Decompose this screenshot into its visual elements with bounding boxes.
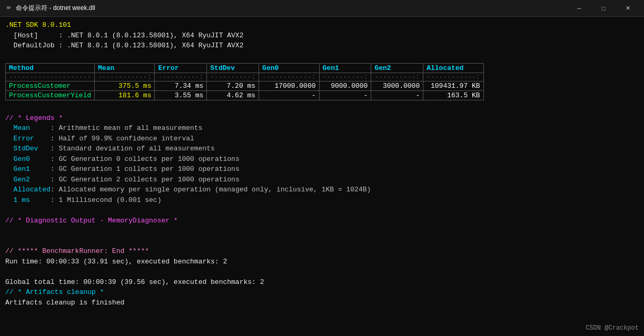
app-icon: ⌨: [4, 4, 13, 13]
legend-item: Mean : Arithmetic mean of all measuremen…: [5, 123, 639, 134]
legend-value: : GC Generation 1 collects per 1000 oper…: [51, 165, 240, 173]
blank-line-3: [5, 205, 639, 216]
maximize-button[interactable]: □: [591, 0, 616, 17]
benchmark-table: Method Mean Error StdDev Gen0 Gen1 Gen2 …: [5, 63, 484, 100]
legend-item: StdDev : Standard deviation of all measu…: [5, 144, 639, 154]
cell-error: 7.34 ms: [155, 82, 207, 91]
sep-gen2: ----------:: [371, 73, 423, 82]
col-stddev: StdDev: [207, 64, 259, 73]
watermark: CSDN @Crackpot: [586, 324, 639, 332]
cell-mean: 181.6 ms: [95, 91, 155, 100]
col-gen1: Gen1: [319, 64, 371, 73]
sep-stddev: ----------:: [207, 73, 259, 82]
legend-value: : GC Generation 2 collects per 1000 oper…: [51, 176, 240, 184]
legend-key: Gen1: [14, 165, 51, 173]
sep-error: ----------:: [155, 73, 207, 82]
col-mean: Mean: [95, 64, 155, 73]
legend-item: Gen0 : GC Generation 0 collects per 1000…: [5, 154, 639, 165]
cell-stddev: 7.20 ms: [207, 82, 259, 91]
table-row: ProcessCustomer 375.5 ms 7.34 ms 7.20 ms…: [6, 82, 484, 91]
legends-container: Mean : Arithmetic mean of all measuremen…: [5, 123, 639, 205]
sep-gen1: ----------:: [319, 73, 371, 82]
cell-gen1: 9000.0000: [319, 82, 371, 91]
legend-key: Allocated: [14, 186, 51, 194]
sep-gen0: ------------:: [259, 73, 319, 82]
legend-item: Allocated: Allocated memory per single o…: [5, 185, 639, 195]
global-time-line: Global total time: 00:00:39 (39.56 sec),…: [5, 277, 639, 288]
table-header-row: Method Mean Error StdDev Gen0 Gen1 Gen2 …: [6, 64, 484, 73]
legend-key: StdDev: [14, 145, 51, 152]
window-title: 命令提示符 - dotnet week.dll: [16, 4, 567, 13]
host-line: [Host] : .NET 8.0.1 (8.0.123.58001), X64…: [5, 30, 639, 41]
col-error: Error: [155, 64, 207, 73]
sep-mean: ------------:: [95, 73, 155, 82]
legends-header: // * Legends *: [5, 113, 639, 124]
minimize-button[interactable]: ─: [567, 0, 591, 17]
col-gen0: Gen0: [259, 64, 319, 73]
cell-gen2: -: [371, 91, 423, 100]
table-row: ProcessCustomerYield 181.6 ms 3.55 ms 4.…: [6, 91, 484, 100]
legend-value: : Allocated memory per single operation …: [51, 186, 371, 194]
legend-value: : 1 Millisecond (0.001 sec): [51, 196, 162, 204]
legend-key: 1 ms: [14, 196, 51, 204]
cell-gen2: 3000.0000: [371, 82, 423, 91]
blank-line-6: [5, 267, 639, 277]
blank-line-5: [5, 236, 639, 247]
sdk-line: .NET SDK 8.0.101: [5, 20, 639, 30]
cell-gen0: -: [259, 91, 319, 100]
artifacts-header-line: // * Artifacts cleanup *: [5, 287, 639, 298]
col-gen2: Gen2: [371, 64, 423, 73]
cell-mean: 375.5 ms: [95, 82, 155, 91]
legend-item: Gen2 : GC Generation 2 collects per 1000…: [5, 175, 639, 185]
sep-method: --------------------: [6, 73, 95, 82]
cell-error: 3.55 ms: [155, 91, 207, 100]
legend-value: : Standard deviation of all measurements: [51, 145, 215, 152]
terminal-content: .NET SDK 8.0.101 [Host] : .NET 8.0.1 (8.…: [0, 17, 644, 336]
run-time-line: Run time: 00:00:33 (33.91 sec), executed…: [5, 257, 639, 267]
legend-key: Gen0: [14, 155, 51, 163]
close-button[interactable]: ✕: [616, 0, 640, 17]
artifacts-done-line: Artifacts cleanup is finished: [5, 298, 639, 308]
default-line: DefaultJob : .NET 8.0.1 (8.0.123.58001),…: [5, 40, 639, 51]
cell-stddev: 4.62 ms: [207, 91, 259, 100]
legend-key: Gen2: [14, 176, 51, 184]
col-method: Method: [6, 64, 95, 73]
legend-item: Gen1 : GC Generation 1 collects per 1000…: [5, 164, 639, 175]
cell-gen1: -: [319, 91, 371, 100]
cell-method: ProcessCustomer: [6, 82, 95, 91]
col-allocated: Allocated: [423, 64, 483, 73]
legend-value: : GC Generation 0 collects per 1000 oper…: [51, 155, 240, 163]
cell-method: ProcessCustomerYield: [6, 91, 95, 100]
legend-item: 1 ms : 1 Millisecond (0.001 sec): [5, 195, 639, 206]
legend-key: Mean: [14, 124, 51, 132]
table-separator-row: -------------------- ------------: -----…: [6, 73, 484, 82]
cell-allocated: 163.5 KB: [423, 91, 483, 100]
window-controls: ─ □ ✕: [567, 0, 640, 17]
blank-line-1: [5, 51, 639, 62]
titlebar: ⌨ 命令提示符 - dotnet week.dll ─ □ ✕: [0, 0, 644, 17]
legend-value: : Half of 99.9% confidence interval: [51, 135, 194, 142]
legend-key: Error: [14, 135, 51, 142]
cell-gen0: 17000.0000: [259, 82, 319, 91]
legend-value: : Arithmetic mean of all measurements: [51, 124, 203, 132]
table-body: ProcessCustomer 375.5 ms 7.34 ms 7.20 ms…: [6, 82, 484, 100]
benchmark-end-line: // ***** BenchmarkRunner: End *****: [5, 246, 639, 257]
legend-item: Error : Half of 99.9% confidence interva…: [5, 134, 639, 144]
cell-allocated: 109431.97 KB: [423, 82, 483, 91]
sep-allocated: ------------:: [423, 73, 483, 82]
blank-line-2: [5, 103, 639, 113]
diagnostic-line: // * Diagnostic Output - MemoryDiagnoser…: [5, 216, 639, 226]
blank-line-4: [5, 226, 639, 236]
